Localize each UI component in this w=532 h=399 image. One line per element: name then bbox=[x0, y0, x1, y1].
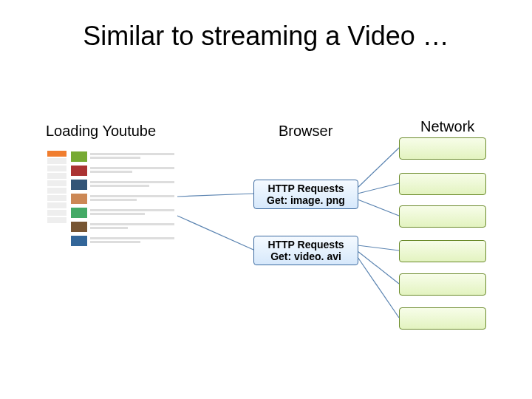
svg-line-1 bbox=[177, 216, 253, 250]
svg-line-2 bbox=[358, 148, 399, 188]
svg-line-3 bbox=[358, 183, 399, 194]
svg-line-6 bbox=[358, 251, 399, 284]
svg-line-7 bbox=[358, 257, 399, 318]
connector-lines bbox=[0, 0, 532, 399]
svg-line-5 bbox=[358, 245, 399, 250]
svg-line-0 bbox=[177, 194, 253, 197]
svg-line-4 bbox=[358, 200, 399, 216]
